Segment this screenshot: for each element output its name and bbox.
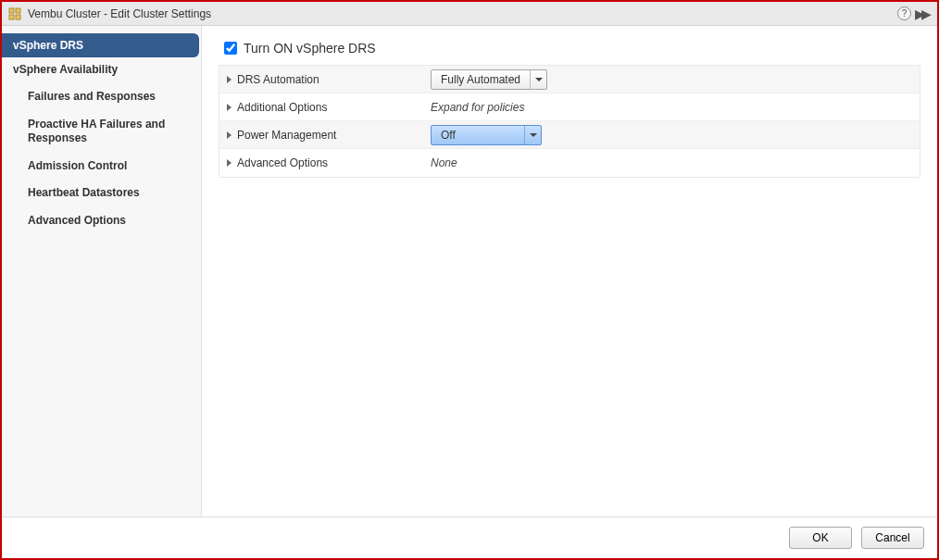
titlebar-controls: ? ▶▶ [897, 6, 932, 21]
sidebar-subitem-label: Proactive HA Failures and Responses [28, 118, 165, 145]
sidebar-subitem-label: Heartbeat Datastores [28, 186, 140, 199]
dialog-footer: OK Cancel [2, 517, 937, 558]
content-pane: Turn ON vSphere DRS DRS Automation Fully… [202, 26, 937, 516]
row-power-management: Power Management Off [219, 121, 920, 149]
expand-icon[interactable] [227, 104, 232, 111]
svg-rect-1 [16, 8, 20, 13]
row-label: Power Management [237, 129, 336, 142]
window-title: Vembu Cluster - Edit Cluster Settings [28, 7, 897, 20]
expand-icon[interactable] [227, 159, 232, 167]
sidebar-subitem-heartbeat-datastores[interactable]: Heartbeat Datastores [2, 181, 201, 205]
expand-icon[interactable] [227, 131, 232, 139]
drs-automation-dropdown[interactable]: Fully Automated [431, 69, 547, 90]
sidebar-subitem-label: Advanced Options [28, 214, 126, 227]
svg-rect-2 [9, 15, 14, 19]
row-label: DRS Automation [237, 73, 319, 86]
svg-rect-3 [16, 15, 20, 19]
row-value: Expand for policies [431, 101, 524, 114]
row-label-cell[interactable]: Additional Options [219, 101, 423, 114]
row-value-cell: None [423, 156, 920, 169]
sidebar-subitem-label: Failures and Responses [28, 90, 156, 103]
sidebar-subitem-admission-control[interactable]: Admission Control [2, 155, 201, 179]
dropdown-value: Fully Automated [432, 70, 530, 89]
expand-icon[interactable]: ▶▶ [915, 6, 932, 21]
row-value: None [431, 156, 457, 169]
sidebar-subitem-advanced-options[interactable]: Advanced Options [2, 209, 201, 233]
dialog-body: vSphere DRS vSphere Availability Failure… [2, 26, 937, 517]
chevron-down-icon [535, 78, 543, 81]
sidebar-item-vsphere-availability[interactable]: vSphere Availability [2, 57, 201, 81]
dialog-window: Vembu Cluster - Edit Cluster Settings ? … [0, 0, 939, 560]
row-label-cell[interactable]: Power Management [219, 129, 423, 142]
row-advanced-options: Advanced Options None [219, 149, 920, 177]
sidebar: vSphere DRS vSphere Availability Failure… [2, 26, 202, 516]
sidebar-item-label: vSphere DRS [13, 39, 83, 52]
sidebar-subitem-proactive-ha[interactable]: Proactive HA Failures and Responses [2, 113, 201, 151]
row-label: Advanced Options [237, 156, 328, 169]
turn-on-drs-label: Turn ON vSphere DRS [244, 41, 376, 56]
expand-icon[interactable] [227, 76, 232, 83]
help-icon[interactable]: ? [897, 6, 911, 20]
row-label-cell[interactable]: Advanced Options [219, 156, 423, 169]
titlebar: Vembu Cluster - Edit Cluster Settings ? … [2, 2, 937, 26]
sidebar-subitem-failures[interactable]: Failures and Responses [2, 85, 201, 109]
dropdown-arrow[interactable] [524, 126, 541, 144]
row-label-cell[interactable]: DRS Automation [219, 73, 423, 86]
sidebar-item-vsphere-drs[interactable]: vSphere DRS [2, 33, 199, 57]
chevron-down-icon [530, 133, 537, 137]
turn-on-drs-checkbox[interactable] [224, 42, 237, 55]
dropdown-arrow[interactable] [530, 70, 546, 89]
row-value-cell: Off [423, 125, 920, 145]
turn-on-drs-row: Turn ON vSphere DRS [219, 39, 920, 57]
cluster-icon [7, 6, 22, 21]
svg-rect-0 [9, 8, 14, 13]
row-label: Additional Options [237, 101, 327, 114]
power-management-dropdown[interactable]: Off [431, 125, 542, 145]
row-additional-options: Additional Options Expand for policies [219, 93, 920, 121]
row-value-cell: Fully Automated [423, 69, 920, 90]
row-drs-automation: DRS Automation Fully Automated [219, 66, 920, 93]
dropdown-value: Off [432, 126, 524, 144]
row-value-cell: Expand for policies [423, 101, 920, 114]
settings-table: DRS Automation Fully Automated Additiona… [219, 65, 920, 178]
ok-button[interactable]: OK [789, 527, 852, 549]
cancel-button[interactable]: Cancel [861, 527, 924, 549]
sidebar-item-label: vSphere Availability [13, 63, 118, 76]
sidebar-subitem-label: Admission Control [28, 159, 127, 172]
